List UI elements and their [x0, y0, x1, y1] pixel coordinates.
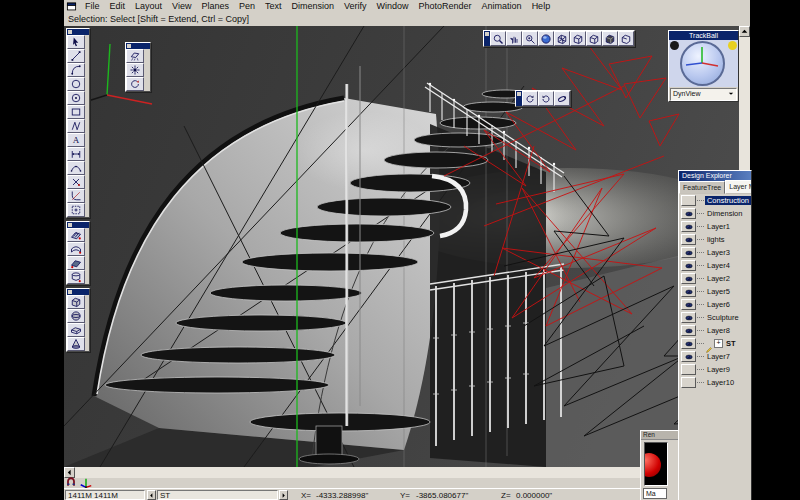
- sphere-solid-button[interactable]: [67, 309, 85, 323]
- menu-item-photorender[interactable]: PhotoRender: [414, 0, 477, 13]
- visibility-toggle[interactable]: [681, 208, 696, 219]
- open-cube-view-button[interactable]: [618, 31, 634, 46]
- palette-titlebar[interactable]: [67, 289, 89, 295]
- loft-surface-button[interactable]: [67, 242, 85, 256]
- menu-item-dimension[interactable]: Dimension: [286, 0, 339, 13]
- horizontal-scrollbar[interactable]: [64, 467, 739, 478]
- visibility-toggle-empty[interactable]: [681, 377, 696, 388]
- visibility-toggle[interactable]: [681, 286, 696, 297]
- menu-item-help[interactable]: Help: [527, 0, 556, 13]
- trackball-reset-button[interactable]: [728, 41, 737, 50]
- dimension-button[interactable]: [67, 147, 85, 161]
- view-mode-dropdown[interactable]: DynView: [670, 88, 737, 101]
- layer-label[interactable]: lights: [705, 235, 727, 244]
- trackball-spin-button[interactable]: [670, 41, 679, 50]
- viewport-3d[interactable]: [64, 26, 739, 467]
- visibility-toggle[interactable]: [681, 351, 696, 362]
- circle-button[interactable]: [67, 77, 85, 91]
- arc-button[interactable]: [67, 63, 85, 77]
- visibility-toggle[interactable]: [681, 273, 696, 284]
- box-solid-button[interactable]: [67, 295, 85, 309]
- rectangle-button[interactable]: [67, 105, 85, 119]
- tab-layer-manager[interactable]: Layer Manager: [725, 180, 752, 194]
- layer-label[interactable]: Layer7: [705, 352, 732, 361]
- unshaded-view-button[interactable]: [586, 31, 602, 46]
- fillet-button[interactable]: [67, 189, 85, 203]
- menu-item-text[interactable]: Text: [260, 0, 287, 13]
- spot-light-button[interactable]: [126, 63, 144, 77]
- layer-label[interactable]: Dimension: [705, 209, 744, 218]
- palette-close-button[interactable]: [127, 44, 131, 48]
- scroll-up-button[interactable]: [739, 26, 750, 37]
- layer-prev-button[interactable]: [147, 490, 156, 500]
- layer-label[interactable]: Layer5: [705, 287, 732, 296]
- hidden-line-view-button[interactable]: [570, 31, 586, 46]
- pan-button[interactable]: [506, 31, 522, 46]
- select-button[interactable]: [67, 35, 85, 49]
- center-circle-button[interactable]: [67, 91, 85, 105]
- sweep-surface-button[interactable]: [67, 228, 85, 242]
- spline-button[interactable]: [67, 119, 85, 133]
- material-field[interactable]: Ma: [643, 488, 667, 499]
- active-layer-field[interactable]: ST: [157, 490, 278, 500]
- layer-label[interactable]: Layer6: [705, 300, 732, 309]
- visibility-toggle-empty[interactable]: [681, 364, 696, 375]
- layer-row[interactable]: Layer9: [679, 363, 751, 376]
- menu-item-view[interactable]: View: [167, 0, 196, 13]
- visibility-toggle[interactable]: [681, 312, 696, 323]
- rotate-cw-button[interactable]: [522, 91, 538, 106]
- layer-label[interactable]: Layer2: [705, 274, 732, 283]
- layer-label[interactable]: Layer1: [705, 222, 732, 231]
- shaded-view-button[interactable]: [602, 31, 618, 46]
- trim-button[interactable]: [67, 175, 85, 189]
- layer-label[interactable]: Layer9: [705, 365, 732, 374]
- toolbar-grip[interactable]: [484, 31, 490, 46]
- visibility-toggle[interactable]: [681, 325, 696, 336]
- menu-item-animation[interactable]: Animation: [477, 0, 527, 13]
- palette-close-button[interactable]: [68, 30, 72, 34]
- visibility-toggle[interactable]: [681, 299, 696, 310]
- layer-label[interactable]: Layer10: [705, 378, 736, 387]
- menu-item-pen[interactable]: Pen: [234, 0, 260, 13]
- layer-label[interactable]: Layer3: [705, 248, 732, 257]
- line-button[interactable]: [67, 49, 85, 63]
- layer-row[interactable]: Layer7: [679, 350, 751, 363]
- visibility-toggle[interactable]: [681, 260, 696, 271]
- tab-featuretree[interactable]: FeatureTree: [679, 181, 725, 194]
- expand-toggle[interactable]: +: [714, 339, 723, 348]
- rotate-iso-button[interactable]: [554, 91, 570, 106]
- palette-titlebar[interactable]: [67, 29, 89, 35]
- cone-solid-button[interactable]: [67, 337, 85, 351]
- zoom-window-button[interactable]: [522, 31, 538, 46]
- trackball-titlebar[interactable]: TrackBall: [669, 31, 738, 40]
- layer-row[interactable]: Layer10: [679, 376, 751, 389]
- layer-label[interactable]: Construction: [705, 196, 751, 205]
- wireframe-view-button[interactable]: [554, 31, 570, 46]
- slab-solid-button[interactable]: [67, 323, 85, 337]
- transform-button[interactable]: [67, 203, 85, 217]
- shade-surface-button[interactable]: [67, 256, 85, 270]
- rotate-light-button[interactable]: [126, 77, 144, 91]
- menu-item-layout[interactable]: Layout: [130, 0, 167, 13]
- visibility-toggle[interactable]: [681, 338, 696, 349]
- palette-close-button[interactable]: [68, 290, 72, 294]
- revolve-surface-button[interactable]: [67, 270, 85, 284]
- menu-item-planes[interactable]: Planes: [196, 0, 234, 13]
- menu-item-edit[interactable]: Edit: [105, 0, 131, 13]
- visibility-toggle[interactable]: [681, 221, 696, 232]
- layer-label[interactable]: ST: [724, 339, 738, 348]
- snap-icon[interactable]: [65, 476, 77, 488]
- curve-button[interactable]: [67, 161, 85, 175]
- zoom-button[interactable]: [490, 31, 506, 46]
- rotate-ccw-button[interactable]: [538, 91, 554, 106]
- trackball-sphere-button[interactable]: [538, 31, 554, 46]
- menu-item-file[interactable]: File: [80, 0, 105, 13]
- layer-label[interactable]: Layer8: [705, 326, 732, 335]
- render-window-titlebar[interactable]: Ren: [641, 431, 683, 440]
- text-button[interactable]: A: [67, 133, 85, 147]
- palette-titlebar[interactable]: [126, 43, 150, 49]
- layer-label[interactable]: Layer4: [705, 261, 732, 270]
- visibility-toggle[interactable]: [681, 247, 696, 258]
- panel-light-button[interactable]: [126, 49, 144, 63]
- menu-item-window[interactable]: Window: [372, 0, 414, 13]
